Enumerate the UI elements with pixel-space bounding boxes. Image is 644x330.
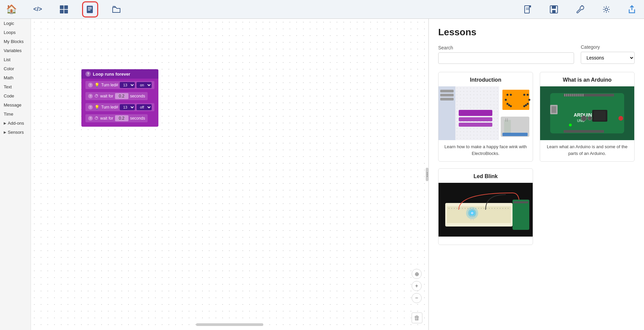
- svg-rect-69: [582, 94, 583, 96]
- svg-rect-39: [459, 117, 492, 121]
- sidebar-item-code[interactable]: Code: [0, 91, 31, 100]
- wrench-icon[interactable]: [572, 1, 588, 17]
- svg-rect-55: [564, 130, 604, 133]
- row1-led-number-dropdown[interactable]: 131211: [120, 82, 135, 88]
- search-group: Search: [438, 45, 574, 64]
- blocks-icon[interactable]: [56, 1, 72, 17]
- lesson-card-arduino[interactable]: What is an Arduino ARDUINO UNO: [540, 72, 635, 162]
- svg-rect-102: [513, 200, 529, 230]
- svg-point-27: [510, 94, 512, 96]
- turn-led-on-block[interactable]: ? 💡 Turn led# 131211 onoff: [85, 81, 154, 89]
- lesson-card-arduino-desc: Learn what an Arduino is and some of the…: [540, 140, 634, 161]
- sidebar-item-logic[interactable]: Logic: [0, 19, 31, 28]
- svg-point-58: [569, 124, 572, 126]
- sidebar-item-message[interactable]: Message: [0, 100, 31, 110]
- row1-state-dropdown[interactable]: onoff: [137, 82, 152, 88]
- code-icon[interactable]: </>: [30, 1, 46, 17]
- svg-point-32: [506, 103, 508, 105]
- svg-rect-92: [500, 208, 500, 209]
- canvas-area[interactable]: ? Loop runs forever ? 💡 Turn led# 131211: [31, 19, 429, 330]
- svg-rect-53: [594, 111, 606, 121]
- svg-rect-79: [465, 208, 465, 209]
- block-body: ? 💡 Turn led# 131211 onoff: [81, 79, 158, 127]
- gear-icon[interactable]: [598, 1, 614, 17]
- svg-point-28: [523, 94, 525, 96]
- svg-rect-66: [576, 94, 577, 96]
- svg-rect-3: [64, 10, 68, 13]
- svg-point-59: [618, 116, 623, 121]
- lessons-icon[interactable]: [82, 1, 98, 17]
- row2-wait-input[interactable]: [115, 93, 128, 99]
- sidebar-item-color[interactable]: Color: [0, 64, 31, 73]
- export-icon[interactable]: [624, 1, 641, 17]
- svg-rect-19: [440, 94, 454, 96]
- turn-led-off-block[interactable]: ? 💡 Turn led# 131211 offon: [85, 103, 154, 111]
- svg-rect-6: [88, 8, 92, 9]
- sidebar-item-sensors[interactable]: ▶ Sensors: [0, 128, 31, 137]
- block-row-3: ? 💡 Turn led# 131211 offon: [84, 102, 156, 112]
- sidebar-item-addons[interactable]: ▶ Add-ons: [0, 119, 31, 128]
- zoom-out-button[interactable]: −: [412, 293, 422, 303]
- lessons-title: Lessons: [438, 27, 635, 38]
- category-select[interactable]: Lessons All Beginner Intermediate Advanc…: [581, 52, 635, 64]
- row4-wait-input[interactable]: [115, 115, 128, 121]
- row3-state-dropdown[interactable]: offon: [137, 104, 152, 110]
- svg-rect-2: [60, 10, 64, 13]
- search-input[interactable]: [438, 52, 574, 64]
- row2-seconds-text: seconds: [130, 94, 145, 98]
- svg-rect-93: [502, 208, 503, 209]
- row3-help-icon[interactable]: ?: [88, 105, 93, 110]
- svg-point-37: [527, 103, 529, 105]
- trash-button[interactable]: 🗑: [412, 313, 422, 323]
- svg-rect-4: [87, 6, 93, 13]
- svg-point-31: [528, 99, 530, 101]
- block-help-icon[interactable]: ?: [85, 71, 91, 77]
- row2-help-icon[interactable]: ?: [88, 94, 93, 98]
- row1-help-icon[interactable]: ?: [88, 83, 93, 87]
- block-row-1: ? 💡 Turn led# 131211 onoff: [84, 80, 156, 90]
- main-content: Logic Loops My Blocks Variables List Col…: [0, 19, 644, 330]
- sidebar-item-list[interactable]: List: [0, 55, 31, 64]
- svg-rect-18: [440, 90, 454, 92]
- sidebar-item-text[interactable]: Text: [0, 82, 31, 91]
- svg-point-30: [505, 99, 507, 101]
- block-row-2: ? ⏱ wait for seconds: [84, 91, 156, 101]
- svg-rect-85: [481, 208, 482, 209]
- row4-clock-icon: ⏱: [94, 116, 99, 121]
- sidebar-item-my-blocks[interactable]: My Blocks: [0, 37, 31, 46]
- wait-block-1[interactable]: ? ⏱ wait for seconds: [85, 92, 148, 100]
- wait-block-2[interactable]: ? ⏱ wait for seconds: [85, 114, 148, 122]
- lessons-panel: Lessons Search Category Lessons All Begi…: [429, 19, 644, 330]
- row1-text: Turn led#: [101, 83, 118, 87]
- row1-led-icon: 💡: [94, 83, 100, 87]
- lesson-card-introduction-title: Introduction: [439, 72, 533, 86]
- open-folder-icon[interactable]: [108, 1, 124, 17]
- sidebar-item-math[interactable]: Math: [0, 73, 31, 82]
- svg-point-36: [525, 104, 527, 106]
- sidebar-item-loops[interactable]: Loops: [0, 28, 31, 37]
- row3-led-number-dropdown[interactable]: 131211: [120, 104, 135, 110]
- lesson-card-introduction[interactable]: Introduction: [438, 72, 533, 162]
- zoom-in-button[interactable]: +: [412, 281, 422, 291]
- new-file-icon[interactable]: [520, 1, 536, 17]
- loop-block[interactable]: ? Loop runs forever ? 💡 Turn led# 131211: [81, 69, 158, 127]
- svg-rect-87: [486, 208, 487, 209]
- row4-help-icon[interactable]: ?: [88, 116, 93, 121]
- lesson-card-led-blink[interactable]: Led Blink: [438, 168, 533, 245]
- svg-rect-49: [552, 106, 556, 113]
- horizontal-scrollbar[interactable]: [196, 323, 263, 326]
- zoom-center-button[interactable]: ⊕: [412, 269, 422, 279]
- sidebar-item-variables[interactable]: Variables: [0, 46, 31, 55]
- svg-rect-65: [574, 94, 575, 96]
- svg-rect-42: [504, 120, 511, 133]
- svg-point-33: [508, 104, 510, 106]
- svg-rect-62: [568, 94, 569, 96]
- resize-handle[interactable]: [426, 168, 428, 181]
- category-group: Category Lessons All Beginner Intermedia…: [581, 44, 635, 64]
- row2-clock-icon: ⏱: [94, 94, 99, 98]
- sidebar-item-time[interactable]: Time: [0, 110, 31, 119]
- save-icon[interactable]: [546, 1, 562, 17]
- home-icon[interactable]: 🏠: [3, 1, 20, 17]
- category-label: Category: [581, 44, 635, 50]
- svg-rect-94: [505, 208, 506, 209]
